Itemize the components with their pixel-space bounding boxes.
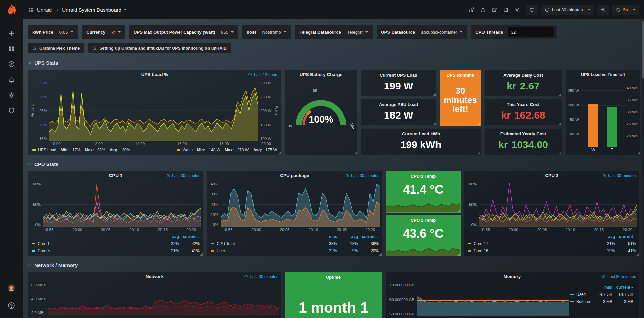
sidebar-item-help[interactable] — [0, 298, 23, 313]
sidebar-item-server-admin[interactable] — [0, 103, 23, 118]
legend-sort-current[interactable]: current — [179, 234, 200, 239]
sidebar-item-alerting[interactable] — [0, 72, 23, 87]
panel-title[interactable]: CPU 1 — [109, 173, 123, 178]
panel-title[interactable]: Current Load kWh — [361, 129, 481, 136]
variable-host[interactable]: hostNostromo — [242, 25, 291, 39]
variable-value[interactable]: kr — [109, 30, 123, 35]
panel-title[interactable]: Memory — [504, 274, 521, 279]
panel-title[interactable]: CPU 2 Temp — [386, 215, 460, 223]
variable-telegraf-datasource[interactable]: Telegraf DatasourceTelegraf — [295, 25, 373, 39]
bar-chart-plot[interactable]: WT — [580, 82, 626, 153]
panel-time-range[interactable]: Last 30 minutes — [602, 173, 637, 178]
chart-plot[interactable] — [479, 182, 637, 227]
panel-title[interactable]: Current UPS Load — [361, 70, 436, 78]
time-range-picker[interactable]: Last 30 minutes — [541, 5, 594, 15]
variable-value[interactable]: apcupsd-container — [418, 30, 465, 35]
star-button[interactable] — [477, 5, 489, 15]
panel-time-range[interactable]: Last 30 minutes — [345, 173, 379, 178]
add-panel-button[interactable] — [466, 5, 477, 15]
panel-title[interactable]: This Years Cost — [485, 99, 562, 107]
panel-title[interactable]: Average PSU Load — [361, 99, 436, 107]
panel-time-range[interactable]: Last 30 minutes — [166, 173, 200, 178]
panel-time-range[interactable]: Last 12 hours — [248, 72, 278, 77]
variable-value[interactable]: 865 — [218, 30, 236, 35]
legend-sort-max[interactable]: max — [592, 285, 612, 290]
chart-plot[interactable] — [417, 283, 569, 316]
legend-sort-avg[interactable]: avg — [594, 234, 615, 239]
dashboard-settings-button[interactable] — [512, 5, 523, 15]
share-button[interactable] — [489, 5, 500, 15]
panel-title[interactable]: UPS Battery Charge — [300, 72, 342, 77]
legend-series[interactable]: Used — [570, 292, 592, 297]
variable-value[interactable]: 0.65 — [57, 30, 76, 35]
legend-sort-current[interactable]: current — [358, 234, 379, 239]
dashboard-link-plex-theme[interactable]: Grafana Plex Theme — [28, 43, 84, 53]
panel-title[interactable]: Uptime — [285, 272, 382, 280]
chart-plot[interactable] — [49, 81, 258, 141]
bar-rect[interactable] — [607, 107, 617, 147]
legend-series[interactable]: UPS LoadMin:17%Max:32%Avg:20% — [32, 148, 130, 152]
legend-series[interactable]: Core 5 — [32, 248, 158, 253]
zoom-out-button[interactable] — [597, 5, 609, 15]
legend-series[interactable]: Core 1 — [32, 241, 158, 246]
scrollbar-thumb[interactable] — [642, 21, 644, 78]
user-avatar[interactable] — [0, 280, 23, 296]
panel-title[interactable]: UPS Load vs Time left — [581, 72, 625, 77]
legend-sort-current[interactable]: current — [612, 285, 633, 290]
panel-title[interactable]: Average Daily Cost — [485, 70, 562, 78]
chart-plot[interactable] — [221, 182, 380, 227]
legend-sort-avg[interactable]: avg — [337, 234, 358, 239]
legend-series[interactable]: Core 17 — [468, 241, 594, 246]
breadcrumb-dashboard-title[interactable]: Unraid System Dashboard — [62, 7, 121, 13]
breadcrumb-folder[interactable]: Unraid — [37, 7, 52, 13]
save-button[interactable] — [500, 5, 512, 15]
panel-title[interactable]: UPS Load % — [141, 72, 168, 77]
variable-ups-datasource[interactable]: UPS Datasourceapcupsd-container — [377, 25, 467, 39]
variable-cpu-threads[interactable]: CPU Threads — [471, 25, 557, 39]
panel-title[interactable]: CPU 2 — [545, 173, 559, 178]
legend-sort-avg[interactable]: avg — [158, 234, 179, 239]
legend-series[interactable]: Buffered — [570, 299, 592, 304]
variable-input[interactable] — [508, 27, 554, 37]
legend-sort-current[interactable]: current — [615, 234, 636, 239]
chart-plot[interactable] — [48, 283, 279, 315]
variable-currency[interactable]: Currencykr — [82, 25, 125, 39]
page-scrollbar[interactable] — [642, 19, 644, 318]
panel-title[interactable]: CPU package — [280, 173, 309, 178]
chart-plot[interactable] — [43, 182, 201, 227]
legend-series[interactable]: Core 16 — [468, 248, 594, 253]
sidebar-item-dashboards[interactable] — [0, 41, 23, 56]
panel-header[interactable]: CPU package Last 30 minutes — [207, 171, 382, 180]
panel-header[interactable]: Network Last 30 minutes — [28, 272, 281, 281]
legend-series[interactable]: CPU Total — [211, 241, 316, 246]
panel-header[interactable]: CPU 2 Last 30 minutes — [464, 171, 639, 180]
row-header-ups-stats[interactable]: UPS Stats — [23, 55, 644, 70]
grafana-logo[interactable] — [4, 3, 18, 17]
panel-header[interactable]: UPS Battery Charge — [285, 70, 357, 79]
legend-series[interactable]: User — [211, 248, 316, 253]
sidebar-item-explore[interactable] — [0, 56, 23, 72]
panel-title[interactable]: Network — [146, 274, 164, 279]
variable-ups-max-output-power[interactable]: UPS Max Output Power Capacity (Watt)865 — [129, 25, 238, 39]
legend-series[interactable]: WattsMin:148 WMax:278 WAvg:175 W — [177, 148, 277, 152]
sidebar-item-create[interactable] — [0, 26, 23, 41]
panel-time-range[interactable]: Last 30 minutes — [244, 274, 278, 279]
panel-title[interactable]: Estimated Yearly Cost — [485, 129, 562, 136]
variable-kwh-price[interactable]: kWh Price0.65 — [28, 25, 78, 39]
tv-mode-button[interactable] — [526, 5, 538, 15]
row-header-network-memory[interactable]: Network / Memory — [23, 258, 644, 272]
sidebar-item-configuration[interactable] — [0, 87, 23, 103]
variable-value[interactable]: Telegraf — [344, 30, 371, 35]
legend-sort-max[interactable]: max — [316, 234, 337, 239]
dashboard-link-ups-guide[interactable]: Setting up Grafana and InfluxDB for UPS … — [88, 43, 231, 53]
panel-header[interactable]: Memory Last 30 minutes — [386, 272, 639, 281]
panel-title[interactable]: UPS Runtime — [440, 70, 481, 78]
refresh-button[interactable]: 5s — [612, 5, 639, 15]
panel-time-range[interactable]: Last 30 minutes — [602, 274, 636, 279]
variable-value[interactable]: Nostromo — [259, 30, 289, 35]
panel-header[interactable]: UPS Load % Last 12 hours — [28, 70, 281, 79]
panel-title[interactable]: CPU 1 Temp — [386, 171, 460, 179]
bar-rect[interactable] — [588, 104, 598, 147]
row-header-cpu-stats[interactable]: CPU Stats — [23, 156, 644, 171]
panel-header[interactable]: CPU 1 Last 30 minutes — [28, 171, 203, 180]
